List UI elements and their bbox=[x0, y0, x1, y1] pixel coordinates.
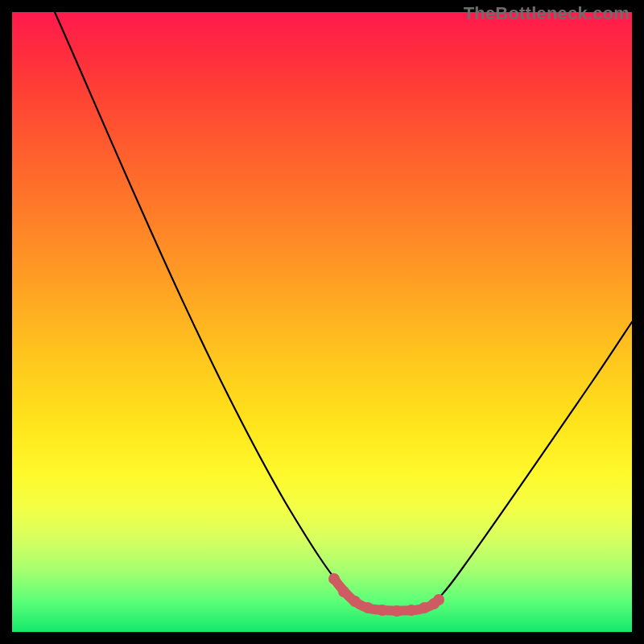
highlight-dot bbox=[362, 602, 374, 613]
highlight-dot bbox=[406, 605, 417, 616]
chart-canvas bbox=[12, 12, 632, 632]
highlight-dot bbox=[391, 605, 402, 617]
bottleneck-curve-svg bbox=[12, 12, 632, 632]
highlight-dot bbox=[338, 586, 349, 597]
highlight-dot bbox=[377, 605, 388, 616]
highlight-dot bbox=[433, 594, 444, 605]
highlight-dot bbox=[328, 573, 340, 584]
bottleneck-curve-line bbox=[55, 12, 632, 611]
highlight-dot bbox=[419, 602, 430, 613]
watermark-text: TheBottleneck.com bbox=[464, 3, 630, 24]
highlight-dot bbox=[349, 596, 361, 607]
